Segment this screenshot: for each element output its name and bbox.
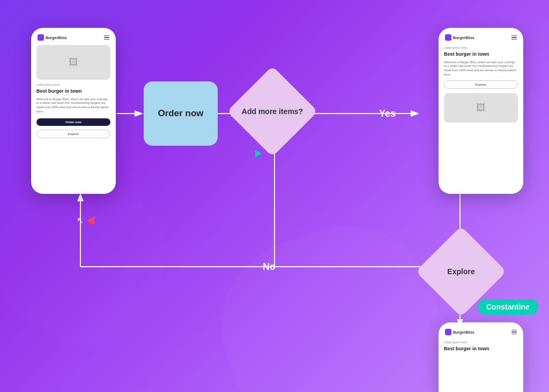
phone-right-image: 🖼	[444, 93, 518, 123]
constantine-name: Constantine	[486, 303, 530, 311]
phone-left-image: 🖼	[36, 45, 110, 80]
image-placeholder-icon-right: 🖼	[476, 102, 486, 114]
phone-right-label-small: Label goes here	[444, 46, 518, 49]
hamburger-menu-right[interactable]	[511, 35, 517, 40]
logo-icon-bottom	[445, 329, 451, 335]
phone-bottom-logo: BurgerBliss	[445, 329, 474, 335]
explore-phone-button-right[interactable]: Explore	[444, 80, 518, 89]
hamburger-menu[interactable]	[104, 35, 109, 40]
phone-right-description: Welcome to Burger Bliss, where we take y…	[444, 61, 518, 77]
explore-label: Explore	[447, 267, 474, 276]
diego-cursor-group: ↖ Diego	[77, 215, 94, 225]
cursor-arrow-icon: ↖	[77, 215, 84, 225]
explore-phone-button-left[interactable]: Explore	[36, 130, 110, 138]
phone-right-title: Best burger in town	[444, 51, 518, 57]
logo-text: BurgerBliss	[46, 36, 67, 40]
phone-bottom-title: Best burger in town	[444, 346, 518, 352]
logo-text-bottom: BurgerBliss	[453, 330, 474, 334]
phone-right-logo: BurgerBliss	[445, 34, 474, 41]
diego-pointer	[87, 216, 94, 225]
constantine-cursor-group: Constantine	[255, 150, 262, 157]
add-more-items-node: Add more items?	[240, 79, 305, 144]
phone-bottom: BurgerBliss Label goes here Best burger …	[439, 322, 523, 392]
phone-right: BurgerBliss Label goes here Best burger …	[439, 28, 523, 194]
phone-right-header: BurgerBliss	[444, 32, 518, 43]
phone-left-label-small: Label goes here	[36, 83, 110, 86]
phone-left-title: Best burger in town	[36, 88, 110, 94]
phone-bottom-header: BurgerBliss	[444, 327, 518, 337]
order-now-label: Order now	[158, 108, 203, 119]
phone-left-description: Welcome to Burger Bliss, where we take y…	[36, 97, 110, 114]
yes-label: Yes	[379, 108, 396, 119]
order-now-node: Order now	[144, 81, 218, 146]
image-placeholder-icon: 🖼	[69, 57, 78, 68]
no-label: No	[263, 261, 276, 273]
phone-bottom-label-small: Label goes here	[444, 341, 518, 344]
constantine-label: Constantine	[478, 299, 538, 314]
explore-node: Explore	[429, 239, 493, 304]
phone-left-logo: BurgerBliss	[38, 34, 67, 41]
phone-left: BurgerBliss 🖼 Label goes here Best burge…	[31, 28, 116, 194]
logo-text-right: BurgerBliss	[453, 36, 474, 40]
constantine-pointer	[255, 150, 262, 157]
add-more-items-label: Add more items?	[242, 107, 303, 116]
phone-left-header: BurgerBliss	[36, 32, 110, 43]
logo-icon	[38, 34, 44, 41]
order-now-phone-button[interactable]: Order now	[36, 118, 110, 126]
logo-icon-right	[445, 34, 451, 41]
hamburger-menu-bottom[interactable]	[511, 330, 517, 335]
